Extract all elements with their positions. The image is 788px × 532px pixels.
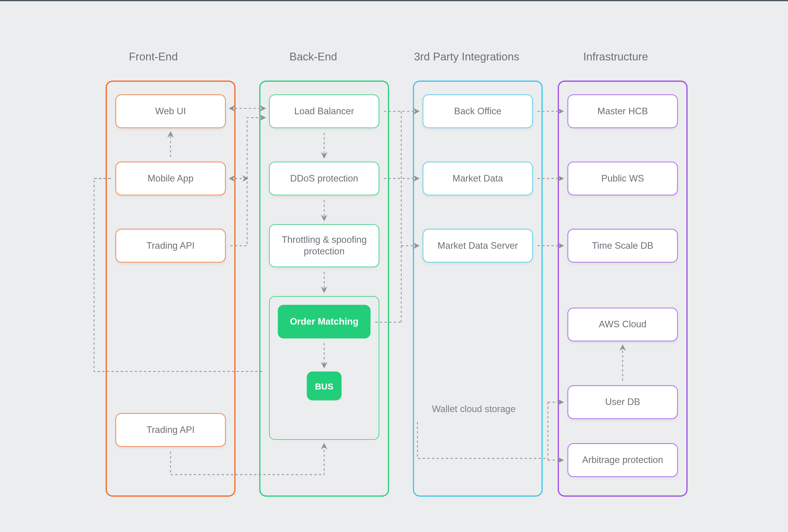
- node-arbitrage: Arbitrage protection: [568, 444, 677, 477]
- header-infra: Infrastructure: [583, 50, 648, 63]
- diagram-stage: Front-End Back-End 3rd Party Integration…: [1, 1, 787, 531]
- node-load-balancer: Load Balancer: [269, 95, 379, 128]
- node-trading-api-1: Trading API: [116, 229, 225, 262]
- node-user-db: User DB: [568, 385, 677, 419]
- node-public-ws: Public WS: [568, 161, 677, 195]
- column-thirdparty: [413, 81, 543, 497]
- label-wallet-cloud-storage: Wallet cloud storage: [432, 404, 516, 414]
- node-throttling: Throttling & spoofing protection: [269, 224, 379, 267]
- node-market-data: Market Data: [422, 161, 533, 195]
- node-trading-api-2: Trading API: [116, 413, 225, 447]
- header-backend: Back-End: [289, 50, 337, 63]
- node-bus: BUS: [307, 371, 342, 400]
- node-master-hcb: Master HCB: [568, 95, 677, 128]
- node-ddos: DDoS protection: [269, 161, 379, 195]
- header-thirdparty: 3rd Party Integrations: [414, 50, 519, 63]
- node-order-matching: Order Matching: [278, 305, 371, 338]
- node-mobile-app: Mobile App: [116, 161, 225, 195]
- node-time-scale-db: Time Scale DB: [568, 229, 677, 262]
- node-back-office: Back Office: [422, 95, 533, 128]
- node-market-data-server: Market Data Server: [422, 229, 533, 262]
- node-aws-cloud: AWS Cloud: [568, 308, 677, 341]
- column-infra: [558, 81, 687, 497]
- header-frontend: Front-End: [129, 50, 178, 63]
- node-web-ui: Web UI: [116, 95, 225, 128]
